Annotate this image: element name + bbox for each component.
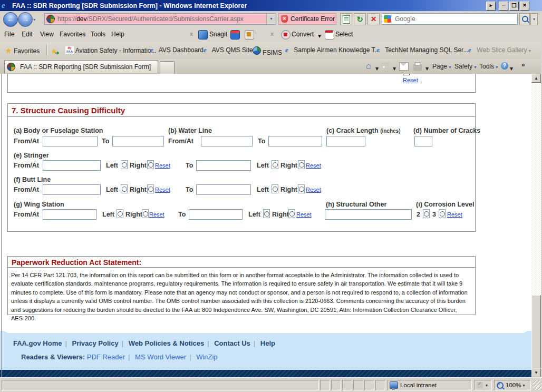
favorites-button[interactable]: ★ Favorites xyxy=(5,46,40,55)
zoom-control[interactable]: 100% ▾ xyxy=(494,380,531,390)
menu-tools[interactable]: Tools xyxy=(91,31,105,38)
address-dropdown-icon[interactable]: ▾ xyxy=(266,14,276,24)
favorite-item-fsims[interactable]: FSIMS xyxy=(253,46,282,56)
corrosion-level-reset-link[interactable]: Reset xyxy=(447,211,462,218)
snagit-icon[interactable] xyxy=(198,30,208,40)
stringer-to-left-radio[interactable] xyxy=(272,160,278,169)
butt-line-from-right-radio[interactable] xyxy=(147,184,154,193)
corrosion-level-2-radio[interactable] xyxy=(423,209,430,218)
snagit-editor-icon[interactable] xyxy=(245,30,254,40)
footer-link-contact[interactable]: Contact Us xyxy=(214,339,250,347)
print-icon[interactable] xyxy=(413,64,422,71)
footer-link-privacy[interactable]: Privacy Policy xyxy=(72,339,118,347)
previous-section-checkbox[interactable] xyxy=(403,74,410,75)
butt-line-to-left-radio[interactable] xyxy=(272,184,278,193)
stringer-to-input[interactable] xyxy=(196,160,251,171)
footer-link-web-policies[interactable]: Web Policies & Notices xyxy=(129,339,205,347)
footer-link-faa-home[interactable]: FAA.gov Home xyxy=(13,339,62,347)
recent-pages-dropdown-icon[interactable]: ▾ xyxy=(33,17,35,22)
stringer-from-input[interactable] xyxy=(43,160,101,171)
waterline-to-input[interactable] xyxy=(268,136,322,146)
stringer-to-right-radio[interactable] xyxy=(298,160,305,169)
tools-menu-button[interactable]: Tools ▾ xyxy=(479,63,498,70)
favorite-item-avs-dashboard[interactable]: AVS Dashboard xyxy=(150,46,204,54)
new-tab-stub[interactable] xyxy=(160,61,175,74)
overflow-chevron-icon[interactable]: » xyxy=(521,61,525,68)
snagit-capture-icon[interactable] xyxy=(230,30,240,40)
snagit-label[interactable]: Snagit xyxy=(209,31,227,38)
fuselage-from-input[interactable] xyxy=(43,136,98,146)
wing-station-to-left-radio[interactable] xyxy=(263,209,270,218)
refresh-button[interactable] xyxy=(354,13,366,25)
resize-grip[interactable] xyxy=(533,380,541,390)
wing-station-from-input[interactable] xyxy=(43,209,96,220)
compatibility-view-button[interactable] xyxy=(340,13,352,25)
home-icon[interactable] xyxy=(366,62,374,70)
butt-line-to-reset-link[interactable]: Reset xyxy=(306,187,321,193)
restore-button[interactable] xyxy=(509,2,519,11)
feeds-dropdown-icon[interactable]: ▾ xyxy=(393,65,396,72)
footer-link-winzip[interactable]: WinZip xyxy=(196,353,217,361)
scroll-down-icon[interactable]: ▼ xyxy=(531,368,541,377)
read-mail-icon[interactable] xyxy=(399,62,409,71)
search-options-dropdown-icon[interactable]: ▾ xyxy=(530,13,538,25)
select-button[interactable]: Select xyxy=(335,31,353,38)
add-favorite-icon[interactable]: ★➔ xyxy=(51,48,57,55)
favorite-item-technet[interactable]: TechNet Managing SQL Ser... xyxy=(376,46,468,54)
stop-button[interactable] xyxy=(367,13,380,25)
wing-station-from-left-radio[interactable] xyxy=(117,209,123,218)
favorite-item-web-slice-gallery[interactable]: Web Slice Gallery ▾ xyxy=(468,46,531,54)
waterline-from-input[interactable] xyxy=(201,136,253,146)
certificate-error-badge[interactable]: Certificate Error xyxy=(278,13,336,25)
butt-line-from-reset-link[interactable]: Reset xyxy=(155,187,170,193)
structural-other-input[interactable] xyxy=(325,209,412,220)
footer-link-ms-word-viewer[interactable]: MS Word Viewer xyxy=(135,353,186,361)
forward-button[interactable] xyxy=(18,12,33,27)
convert-dropdown-icon[interactable]: ▾ xyxy=(318,32,321,40)
previous-section-reset-link[interactable]: Reset xyxy=(403,77,418,83)
home-dropdown-icon[interactable]: ▾ xyxy=(375,65,379,72)
stringer-to-reset-link[interactable]: Reset xyxy=(306,162,321,169)
favorite-item-aviation-safety[interactable]: Aviation Safety - Informatio... xyxy=(65,46,157,54)
convert-button[interactable]: Convert xyxy=(292,31,314,38)
feeds-icon[interactable] xyxy=(381,62,390,70)
stringer-from-reset-link[interactable]: Reset xyxy=(155,162,170,169)
stringer-from-left-radio[interactable] xyxy=(121,160,128,169)
search-box[interactable] xyxy=(382,13,518,25)
favorite-item-sample-airmen[interactable]: Sample Airmen Knowledge T... xyxy=(285,46,380,54)
address-bar[interactable]: https://dev/SDRX/Secured/Authenticated/S… xyxy=(44,13,276,25)
help-icon[interactable] xyxy=(501,62,508,70)
protected-mode-segment[interactable]: ▾ xyxy=(474,380,492,390)
wing-station-from-reset-link[interactable]: Reset xyxy=(149,211,164,218)
scrollbar-thumb[interactable] xyxy=(531,295,541,368)
butt-line-from-input[interactable] xyxy=(43,184,101,195)
titlebar-expand-icon[interactable] xyxy=(486,2,496,11)
number-of-cracks-input[interactable] xyxy=(414,136,432,146)
scroll-up-icon[interactable]: ▲ xyxy=(531,74,541,83)
wing-station-from-right-radio[interactable] xyxy=(142,209,149,218)
print-dropdown-icon[interactable]: ▾ xyxy=(425,65,429,72)
wing-station-to-input[interactable] xyxy=(189,209,243,220)
close-adobe-toolbar-icon[interactable]: x xyxy=(270,31,274,37)
butt-line-from-left-radio[interactable] xyxy=(121,184,128,193)
vertical-scrollbar[interactable]: ▲ ▼ xyxy=(531,74,541,377)
close-snagit-toolbar-icon[interactable]: x xyxy=(190,31,193,37)
corrosion-level-3-radio[interactable] xyxy=(439,209,446,218)
menu-file[interactable]: File xyxy=(4,31,14,38)
menu-favorites[interactable]: Favorites xyxy=(60,31,85,38)
page-menu-button[interactable]: Page ▾ xyxy=(432,63,451,70)
search-input[interactable] xyxy=(394,15,517,23)
help-dropdown-icon[interactable]: ▾ xyxy=(510,65,513,72)
menu-view[interactable]: View xyxy=(40,31,54,38)
footer-link-help[interactable]: Help xyxy=(260,339,275,347)
safety-menu-button[interactable]: Safety ▾ xyxy=(454,63,476,70)
crack-length-input[interactable] xyxy=(326,136,365,146)
wing-station-to-right-radio[interactable] xyxy=(288,209,295,218)
search-button[interactable] xyxy=(519,13,530,25)
tab-sdr-reporting[interactable]: FAA :: SDR Reporting [SDR Submission For… xyxy=(4,60,158,73)
footer-link-pdf-reader[interactable]: PDF Reader xyxy=(87,353,125,361)
close-button[interactable] xyxy=(520,2,529,11)
favorite-item-avs-qms[interactable]: AVS QMS Site xyxy=(204,46,253,54)
title-bar[interactable]: FAA :: SDR Reporting [SDR Submission For… xyxy=(0,0,542,11)
fuselage-to-input[interactable] xyxy=(112,136,164,146)
